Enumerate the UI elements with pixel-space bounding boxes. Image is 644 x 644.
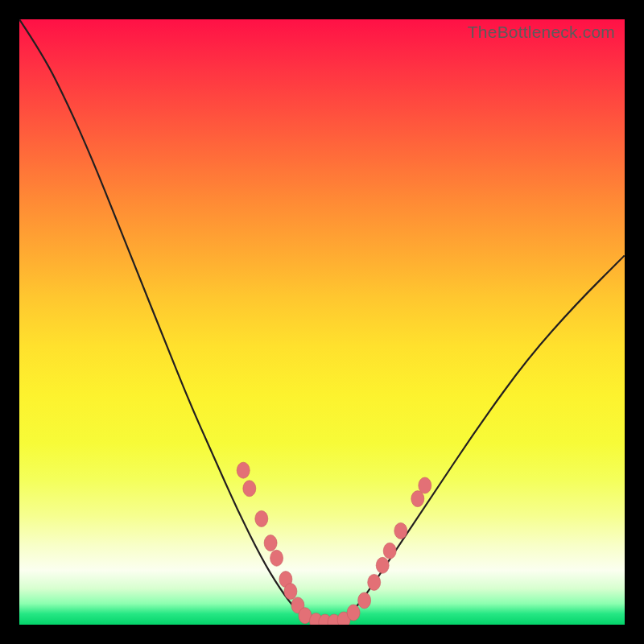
highlight-dot bbox=[419, 477, 431, 493]
plot-area: TheBottleneck.com bbox=[19, 19, 625, 625]
highlight-dot bbox=[376, 557, 389, 573]
highlight-dot bbox=[255, 510, 268, 526]
highlight-dot bbox=[237, 462, 250, 478]
highlight-dot bbox=[264, 535, 277, 551]
highlight-dots bbox=[237, 462, 431, 625]
highlight-dot bbox=[270, 550, 283, 566]
highlight-dot bbox=[394, 522, 407, 539]
highlight-dot bbox=[284, 584, 297, 600]
highlight-dot bbox=[411, 491, 424, 507]
highlight-dot bbox=[368, 574, 381, 590]
chart-frame: TheBottleneck.com bbox=[0, 0, 644, 644]
highlight-dot bbox=[243, 481, 256, 497]
highlight-dot bbox=[347, 605, 360, 621]
highlight-dot bbox=[383, 543, 396, 559]
curve-path bbox=[19, 19, 625, 621]
bottleneck-curve bbox=[19, 19, 625, 625]
highlight-dot bbox=[358, 592, 371, 609]
